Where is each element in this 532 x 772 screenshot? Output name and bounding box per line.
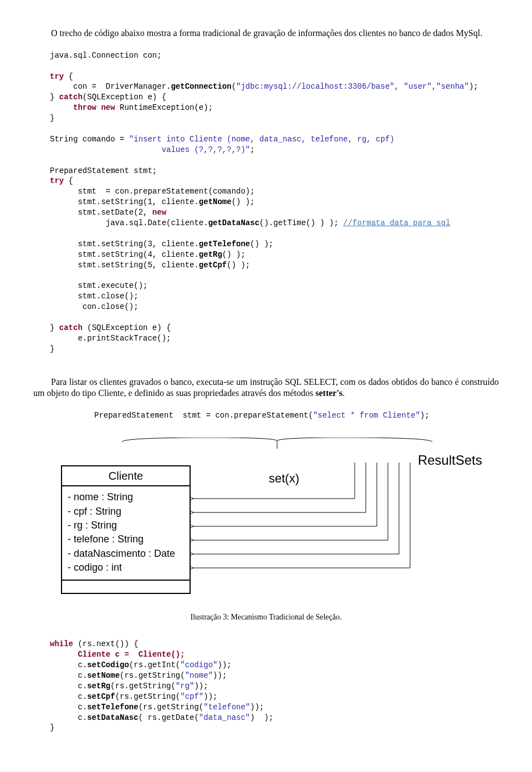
setx-label: set(x) (269, 471, 299, 487)
figure-caption: Ilustração 3: Mecanismo Tradicional de S… (33, 612, 499, 622)
intro-paragraph-2: Para listar os clientes gravados o banco… (33, 377, 499, 400)
attr-row: - dataNascimento : Date (68, 547, 184, 560)
attr-row: - rg : String (68, 519, 184, 532)
cliente-methods-empty (62, 581, 190, 593)
attr-row: - codigo : int (68, 561, 184, 574)
cliente-attributes: - nome : String - cpf : String - rg : St… (62, 486, 190, 581)
intro-paragraph-1: O trecho de código abaixo mostra a forma… (33, 28, 499, 39)
attr-row: - nome : String (68, 491, 184, 504)
cliente-header: Cliente (62, 466, 190, 486)
resultsets-label: ResultSets (418, 451, 482, 469)
diagram-container: Cliente - nome : String - cpf : String -… (44, 438, 488, 610)
code-block-2: PreparedStatement stmt = con.prepareStat… (94, 410, 499, 421)
attr-row: - telefone : String (68, 533, 184, 546)
attr-row: - cpf : String (68, 505, 184, 518)
code-block-3: while (rs.next()) { Cliente c = Cliente(… (50, 639, 499, 733)
cliente-class-box: Cliente - nome : String - cpf : String -… (61, 465, 191, 594)
code-block-1: java.sql.Connection con; try { con = Dri… (50, 50, 499, 354)
